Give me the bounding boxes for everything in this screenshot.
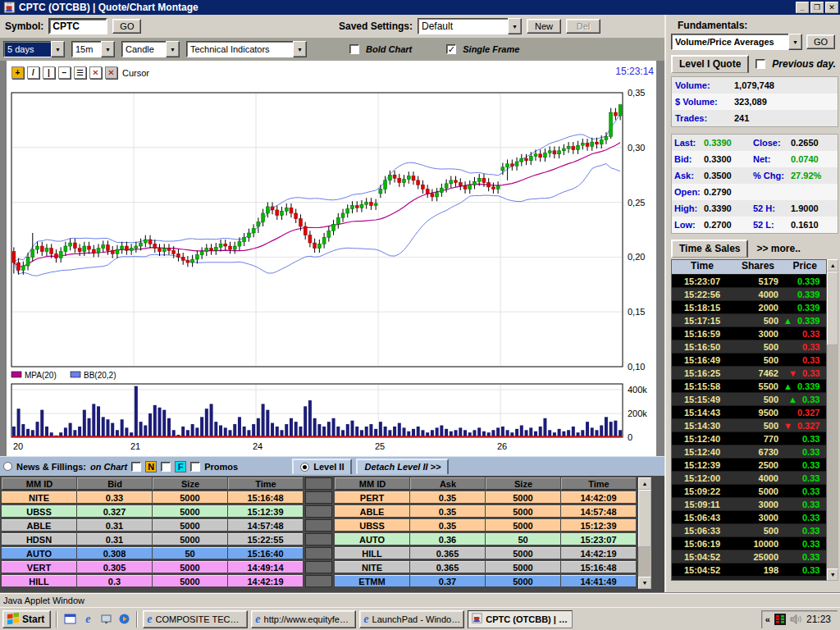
- new-button[interactable]: New: [527, 19, 561, 34]
- start-button[interactable]: Start: [2, 610, 51, 628]
- fundamentals-dropdown[interactable]: Volume/Price Averages ▼: [671, 34, 802, 50]
- chevron-down-icon[interactable]: ▼: [51, 41, 65, 57]
- trade-row[interactable]: 15:16:257462▼0.33: [672, 367, 826, 379]
- trade-row[interactable]: 15:04:521980.33: [672, 564, 826, 576]
- taskbar-button[interactable]: eLaunchPad - Windows In...: [359, 610, 464, 628]
- scroll-down-icon[interactable]: ▼: [638, 577, 651, 589]
- ask-row-ETMM[interactable]: ETMM0.37500014:41:49: [335, 575, 636, 587]
- delete-all-drawings-icon[interactable]: ✕: [105, 66, 117, 79]
- minimize-button[interactable]: _: [796, 2, 809, 13]
- filings-checkbox[interactable]: [161, 462, 171, 472]
- symbol-input[interactable]: [48, 18, 107, 34]
- parallel-lines-tool-icon[interactable]: ☰: [74, 66, 86, 79]
- trade-row[interactable]: 15:06:335000.33: [672, 524, 826, 536]
- chevron-down-icon[interactable]: ▼: [101, 41, 115, 57]
- time-sales-body: 15:23:0751790.33915:22:5640000.33915:18:…: [672, 274, 826, 580]
- chevron-down-icon[interactable]: ▼: [293, 41, 307, 57]
- range-dropdown[interactable]: 5 days ▼: [3, 41, 65, 57]
- bid-row-AUTO[interactable]: AUTO0.3085015:16:40: [2, 547, 303, 559]
- saved-settings-dropdown[interactable]: Default ▼: [418, 18, 522, 34]
- trade-row[interactable]: 15:22:5640000.339: [672, 288, 826, 300]
- show-desktop-icon[interactable]: [98, 612, 113, 627]
- more-link[interactable]: >> more..: [756, 243, 800, 254]
- internet-explorer-icon[interactable]: e: [80, 612, 95, 627]
- ask-row-PERT[interactable]: PERT0.35500014:42:09: [335, 491, 636, 504]
- indicators-dropdown[interactable]: Technical Indicators ▼: [186, 41, 307, 57]
- bid-row-VERT[interactable]: VERT0.305500014:49:14: [2, 561, 303, 573]
- scrollbar-thumb[interactable]: [638, 490, 651, 547]
- chart-style-dropdown[interactable]: Candle ▼: [121, 41, 180, 57]
- taskbar-button[interactable]: CPTC (OTCBB) | Quo...: [468, 610, 573, 628]
- bid-row-UBSS[interactable]: UBSS0.327500015:12:39: [2, 505, 303, 518]
- chevron-down-icon[interactable]: ▼: [788, 34, 802, 50]
- media-player-icon[interactable]: [116, 612, 131, 627]
- trade-row[interactable]: 15:12:4067300.33: [672, 445, 826, 458]
- detach-level2-button[interactable]: Detach Level II >>: [356, 459, 449, 474]
- close-button[interactable]: ✕: [825, 2, 838, 13]
- scroll-up-icon[interactable]: ▲: [827, 259, 838, 272]
- bid-row-NITE[interactable]: NITE0.33500015:16:48: [2, 491, 303, 504]
- interval-dropdown[interactable]: 15m ▼: [71, 41, 115, 57]
- trade-row[interactable]: 15:12:3925000.33: [672, 459, 826, 471]
- bid-row-HDSN[interactable]: HDSN0.31500015:22:55: [2, 533, 303, 546]
- trade-row[interactable]: 15:12:407700.33: [672, 432, 826, 445]
- time-sales-tab[interactable]: Time & Sales: [671, 240, 748, 258]
- ask-row-UBSS[interactable]: UBSS0.35500015:12:39: [335, 519, 636, 532]
- crosshair-tool-icon[interactable]: +: [11, 66, 24, 79]
- bold-chart-checkbox[interactable]: [349, 44, 359, 54]
- taskbar-button[interactable]: ehttp://www.equityfeed....: [251, 610, 356, 628]
- trade-row[interactable]: 15:04:52250000.33: [672, 550, 826, 563]
- level2-radio[interactable]: [300, 463, 309, 472]
- bid-row-ABLE[interactable]: ABLE0.31500014:57:48: [2, 519, 303, 532]
- trade-row[interactable]: 15:14:30500▼0.327: [672, 419, 826, 431]
- scroll-up-icon[interactable]: ▲: [638, 477, 651, 490]
- ask-row-NITE[interactable]: NITE0.365500015:16:48: [335, 561, 636, 573]
- trade-row[interactable]: 15:15:49500▲0.33: [672, 393, 826, 405]
- promos-checkbox[interactable]: [190, 462, 200, 472]
- scroll-down-icon[interactable]: ▼: [827, 568, 838, 581]
- news-checkbox[interactable]: [131, 462, 141, 472]
- trade-row[interactable]: 15:16:495000.33: [672, 354, 826, 366]
- trade-row[interactable]: 15:16:5930000.33: [672, 327, 826, 340]
- scrollbar-thumb[interactable]: [827, 272, 838, 345]
- app-shortcut-icon[interactable]: [62, 612, 77, 627]
- symbol-go-button[interactable]: GO: [112, 19, 141, 34]
- bid-row-HILL[interactable]: HILL0.3500014:42:19: [2, 575, 303, 587]
- trade-row[interactable]: 15:18:1520000.339: [672, 301, 826, 313]
- ask-row-AUTO[interactable]: AUTO0.365015:23:07: [335, 533, 636, 546]
- vertical-line-tool-icon[interactable]: |: [43, 66, 55, 79]
- taskbar-button[interactable]: eCOMPOSITE TECHNOLO...: [143, 610, 248, 628]
- trade-row[interactable]: 15:15:585500▲0.339: [672, 380, 826, 392]
- news-fillings-radio[interactable]: [3, 462, 12, 471]
- price-volume-chart[interactable]: 0,350,300,250,200,150,10MPA(20)BB(20,2)4…: [7, 61, 656, 456]
- delete-drawing-icon[interactable]: ✕: [89, 66, 102, 79]
- restore-button[interactable]: ❐: [810, 2, 824, 13]
- single-frame-checkbox[interactable]: ✓: [446, 44, 456, 54]
- trade-time: 15:22:56: [672, 290, 733, 299]
- level2-scrollbar[interactable]: ▲ ▼: [638, 477, 651, 589]
- trade-row[interactable]: 15:23:0751790.339: [672, 275, 826, 287]
- tray-chevron-icon[interactable]: «: [765, 614, 770, 624]
- trade-row[interactable]: 15:14:4395000.327: [672, 406, 826, 418]
- trade-row[interactable]: 15:09:1130000.33: [672, 498, 826, 510]
- feed-status-icon[interactable]: [774, 614, 786, 625]
- chevron-down-icon[interactable]: ▼: [166, 41, 180, 57]
- ask-row-HILL[interactable]: HILL0.365500014:42:19: [335, 547, 636, 559]
- trade-row[interactable]: 15:12:0040000.33: [672, 472, 826, 484]
- level1-quote-tab[interactable]: Level I Quote: [671, 55, 749, 73]
- trendline-tool-icon[interactable]: /: [27, 66, 39, 79]
- trade-row[interactable]: 15:06:19100000.33: [672, 537, 826, 550]
- time-sales-scrollbar[interactable]: ▲ ▼: [827, 259, 838, 581]
- del-button[interactable]: Del: [566, 19, 600, 34]
- previous-day-checkbox[interactable]: [756, 59, 765, 69]
- fundamentals-go-button[interactable]: GO: [806, 34, 835, 49]
- trade-row[interactable]: 15:09:2250000.33: [672, 485, 826, 497]
- trade-row[interactable]: 15:06:4330000.33: [672, 511, 826, 523]
- volume-speaker-icon[interactable]: [790, 614, 802, 625]
- trade-row[interactable]: 15:16:505000.33: [672, 340, 826, 353]
- level2-tab[interactable]: Level II: [292, 459, 352, 474]
- trade-row[interactable]: 15:17:15500▲0.339: [672, 314, 826, 326]
- ask-row-ABLE[interactable]: ABLE0.35500014:57:48: [335, 505, 636, 518]
- chevron-down-icon[interactable]: ▼: [508, 18, 522, 34]
- horizontal-line-tool-icon[interactable]: −: [58, 66, 71, 79]
